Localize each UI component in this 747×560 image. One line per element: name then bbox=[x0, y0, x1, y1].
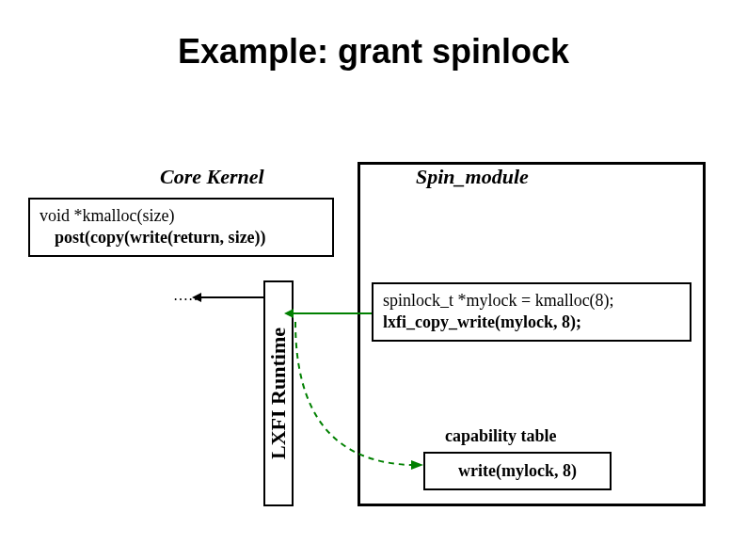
capability-table-label: capability table bbox=[445, 426, 557, 446]
mylock-code-box: spinlock_t *mylock = kmalloc(8); lxfi_co… bbox=[372, 282, 691, 342]
slide-title: Example: grant spinlock bbox=[0, 32, 747, 72]
call-arrow bbox=[201, 296, 263, 298]
kmalloc-declaration-box: void *kmalloc(size) post(copy(write(retu… bbox=[28, 198, 334, 257]
kmalloc-line1: void *kmalloc(size) bbox=[40, 205, 323, 227]
mylock-line1: spinlock_t *mylock = kmalloc(8); bbox=[383, 290, 680, 312]
lxfi-runtime-label: LXFI Runtime bbox=[266, 328, 291, 459]
kmalloc-line2: post(copy(write(return, size)) bbox=[40, 227, 323, 248]
write-entry-box: write(mylock, 8) bbox=[423, 452, 612, 490]
green-solid-arrow bbox=[294, 312, 372, 314]
spin-module-label: Spin_module bbox=[416, 165, 529, 189]
mylock-line2: lxfi_copy_write(mylock, 8); bbox=[383, 312, 680, 333]
core-kernel-label: Core Kernel bbox=[160, 165, 264, 189]
